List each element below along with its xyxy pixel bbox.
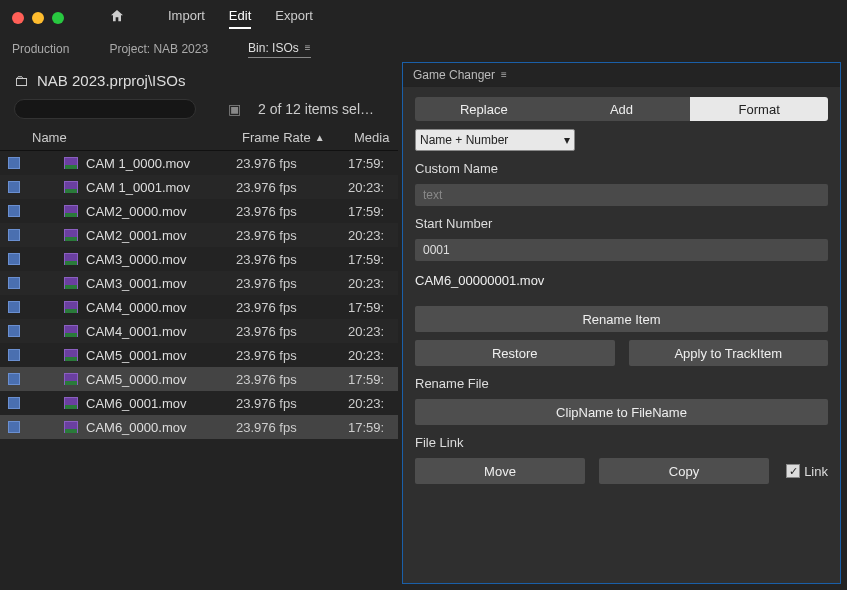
apply-trackitem-button[interactable]: Apply to TrackItem <box>629 340 829 366</box>
row-label-swatch[interactable] <box>8 229 20 241</box>
clip-icon <box>64 157 78 169</box>
copy-button[interactable]: Copy <box>599 458 769 484</box>
link-checkbox[interactable]: ✓ <box>786 464 800 478</box>
row-label-swatch[interactable] <box>8 253 20 265</box>
crumb-bin-label: Bin: ISOs <box>248 41 299 55</box>
start-number-input[interactable] <box>415 239 828 261</box>
sort-asc-icon: ▲ <box>315 132 325 143</box>
col-media[interactable]: Media <box>348 130 398 145</box>
menu-edit[interactable]: Edit <box>229 8 251 29</box>
table-row[interactable]: CAM5_0001.mov23.976 fps20:23: <box>0 343 398 367</box>
project-path-row: 🗀 NAB 2023.prproj\ISOs <box>0 68 398 93</box>
table-row[interactable]: CAM3_0001.mov23.976 fps20:23: <box>0 271 398 295</box>
format-mode-select[interactable]: Name + Number ▾ <box>415 129 575 151</box>
new-bin-icon[interactable]: ▣ <box>228 101 241 117</box>
clip-media-start: 17:59: <box>348 420 398 435</box>
hamburger-icon[interactable]: ≡ <box>305 42 311 53</box>
col-frame-rate[interactable]: Frame Rate ▲ <box>236 130 348 145</box>
rename-preview: CAM6_00000001.mov <box>415 273 828 288</box>
table-row[interactable]: CAM6_0000.mov23.976 fps17:59: <box>0 415 398 439</box>
table-row[interactable]: CAM6_0001.mov23.976 fps20:23: <box>0 391 398 415</box>
table-row[interactable]: CAM2_0001.mov23.976 fps20:23: <box>0 223 398 247</box>
clip-frame-rate: 23.976 fps <box>236 300 348 315</box>
row-label-swatch[interactable] <box>8 373 20 385</box>
clip-icon <box>64 229 78 241</box>
panel-menu-icon[interactable]: ≡ <box>501 69 507 80</box>
clip-media-start: 20:23: <box>348 348 398 363</box>
extension-title: Game Changer <box>413 68 495 82</box>
table-row[interactable]: CAM2_0000.mov23.976 fps17:59: <box>0 199 398 223</box>
clip-media-start: 17:59: <box>348 252 398 267</box>
clip-name: CAM2_0000.mov <box>86 204 186 219</box>
tab-add[interactable]: Add <box>553 97 691 121</box>
row-label-swatch[interactable] <box>8 349 20 361</box>
tab-format[interactable]: Format <box>690 97 828 121</box>
clip-frame-rate: 23.976 fps <box>236 204 348 219</box>
menu-import[interactable]: Import <box>168 8 205 29</box>
breadcrumb-bar: Production Project: NAB 2023 Bin: ISOs ≡ <box>0 36 847 62</box>
crumb-production[interactable]: Production <box>12 42 69 56</box>
rename-file-label: Rename File <box>415 376 828 391</box>
table-row[interactable]: CAM4_0001.mov23.976 fps20:23: <box>0 319 398 343</box>
clip-media-start: 17:59: <box>348 300 398 315</box>
row-label-swatch[interactable] <box>8 181 20 193</box>
clip-frame-rate: 23.976 fps <box>236 396 348 411</box>
clip-frame-rate: 23.976 fps <box>236 372 348 387</box>
selection-info: 2 of 12 items sel… <box>258 101 384 117</box>
row-label-swatch[interactable] <box>8 397 20 409</box>
custom-name-label: Custom Name <box>415 161 828 176</box>
move-button[interactable]: Move <box>415 458 585 484</box>
clip-icon <box>64 349 78 361</box>
maximize-window-button[interactable] <box>52 12 64 24</box>
clip-frame-rate: 23.976 fps <box>236 228 348 243</box>
table-row[interactable]: CAM3_0000.mov23.976 fps17:59: <box>0 247 398 271</box>
row-label-swatch[interactable] <box>8 157 20 169</box>
search-input[interactable] <box>14 99 196 119</box>
clip-frame-rate: 23.976 fps <box>236 276 348 291</box>
row-label-swatch[interactable] <box>8 205 20 217</box>
clip-frame-rate: 23.976 fps <box>236 420 348 435</box>
clip-media-start: 20:23: <box>348 396 398 411</box>
clipname-to-filename-button[interactable]: ClipName to FileName <box>415 399 828 425</box>
clip-media-start: 20:23: <box>348 324 398 339</box>
clip-icon <box>64 373 78 385</box>
table-row[interactable]: CAM 1_0001.mov23.976 fps20:23: <box>0 175 398 199</box>
restore-button[interactable]: Restore <box>415 340 615 366</box>
row-label-swatch[interactable] <box>8 277 20 289</box>
menu-export[interactable]: Export <box>275 8 313 29</box>
col-name[interactable]: Name <box>28 130 236 145</box>
table-row[interactable]: CAM 1_0000.mov23.976 fps17:59: <box>0 151 398 175</box>
project-path: NAB 2023.prproj\ISOs <box>37 72 185 89</box>
link-checkbox-wrap[interactable]: ✓ Link <box>786 464 828 479</box>
clip-name: CAM5_0001.mov <box>86 348 186 363</box>
start-number-label: Start Number <box>415 216 828 231</box>
clip-frame-rate: 23.976 fps <box>236 156 348 171</box>
home-icon[interactable] <box>108 8 126 28</box>
clip-icon <box>64 253 78 265</box>
mode-tabs: Replace Add Format <box>415 97 828 121</box>
minimize-window-button[interactable] <box>32 12 44 24</box>
clip-media-start: 20:23: <box>348 228 398 243</box>
clip-name: CAM6_0000.mov <box>86 420 186 435</box>
table-row[interactable]: CAM4_0000.mov23.976 fps17:59: <box>0 295 398 319</box>
clip-name: CAM2_0001.mov <box>86 228 186 243</box>
rename-item-button[interactable]: Rename Item <box>415 306 828 332</box>
row-label-swatch[interactable] <box>8 301 20 313</box>
clip-frame-rate: 23.976 fps <box>236 180 348 195</box>
crumb-bin[interactable]: Bin: ISOs ≡ <box>248 41 311 58</box>
table-body: CAM 1_0000.mov23.976 fps17:59:CAM 1_0001… <box>0 151 398 439</box>
close-window-button[interactable] <box>12 12 24 24</box>
clip-name: CAM5_0000.mov <box>86 372 186 387</box>
window-controls <box>12 12 64 24</box>
clip-name: CAM 1_0000.mov <box>86 156 190 171</box>
clip-name: CAM3_0000.mov <box>86 252 186 267</box>
tab-replace[interactable]: Replace <box>415 97 553 121</box>
chevron-down-icon: ▾ <box>564 133 570 147</box>
row-label-swatch[interactable] <box>8 325 20 337</box>
custom-name-input[interactable] <box>415 184 828 206</box>
row-label-swatch[interactable] <box>8 421 20 433</box>
clip-icon <box>64 325 78 337</box>
table-row[interactable]: CAM5_0000.mov23.976 fps17:59: <box>0 367 398 391</box>
clip-icon <box>64 181 78 193</box>
crumb-project[interactable]: Project: NAB 2023 <box>109 42 208 56</box>
